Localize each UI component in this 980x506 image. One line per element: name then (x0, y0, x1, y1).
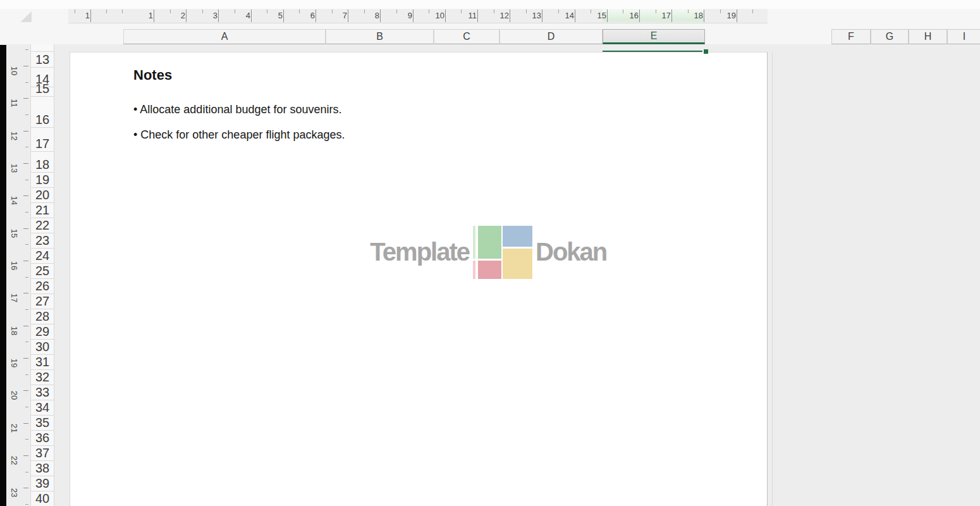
h-ruler-number: 14 (565, 11, 574, 20)
logo-square-yellow (503, 249, 532, 279)
row-header-partial[interactable] (30, 44, 54, 52)
h-ruler-tick (235, 9, 235, 13)
v-ruler-tick (23, 66, 28, 66)
h-ruler-tick (299, 9, 300, 13)
column-header-I[interactable]: I (947, 29, 980, 44)
row-header-34[interactable]: 34 (30, 400, 54, 416)
h-ruler-number: 15 (597, 11, 606, 20)
column-header-H[interactable]: H (909, 29, 947, 44)
v-ruler-tick (25, 504, 28, 505)
v-ruler-tick (25, 439, 28, 440)
row-header-39[interactable]: 39 (30, 476, 54, 491)
v-ruler-number: 23 (8, 486, 20, 499)
h-ruler-number: 6 (310, 11, 315, 20)
v-ruler-tick (25, 180, 28, 180)
column-header-D[interactable]: D (499, 29, 603, 44)
h-ruler-tick (396, 9, 397, 13)
v-ruler-tick (23, 261, 28, 261)
row-header-24[interactable]: 24 (30, 249, 54, 264)
v-ruler-number: 20 (8, 389, 20, 402)
row-header-32[interactable]: 32 (30, 370, 54, 385)
v-ruler-tick (25, 374, 28, 375)
h-ruler-number: 16 (630, 11, 639, 20)
v-ruler-number: 18 (8, 324, 20, 337)
row-header-19[interactable]: 19 (30, 173, 54, 188)
h-ruler-tick (364, 9, 365, 13)
v-ruler-tick (23, 163, 28, 164)
fill-handle[interactable] (702, 49, 708, 54)
h-ruler-number: 13 (532, 11, 541, 20)
h-ruler-tick (106, 9, 107, 13)
active-cell-bottom-border (603, 51, 704, 52)
watermark-text-template[interactable]: Template (359, 238, 469, 266)
h-ruler-tick: 16 (639, 9, 640, 22)
h-ruler-tick: 12 (510, 9, 510, 22)
v-ruler-tick (23, 293, 28, 293)
row-header-38[interactable]: 38 (30, 461, 54, 476)
v-ruler-tick (23, 423, 28, 424)
v-ruler-number: 14 (8, 194, 20, 207)
column-header-C[interactable]: C (434, 29, 499, 44)
h-ruler-tick: 6 (315, 9, 316, 22)
v-ruler-number: 17 (8, 292, 20, 304)
row-header-23[interactable]: 23 (30, 233, 54, 249)
v-ruler-tick (25, 407, 28, 407)
row-header-20[interactable]: 20 (30, 188, 54, 203)
row-header-22[interactable]: 22 (30, 218, 54, 233)
h-ruler-number: 1 (149, 11, 153, 20)
v-ruler-tick (23, 326, 28, 326)
h-ruler-tick: 19 (737, 9, 737, 22)
row-header-25[interactable]: 25 (30, 264, 54, 279)
v-ruler-tick (25, 147, 28, 147)
h-ruler-number: 8 (375, 11, 379, 20)
row-header-13[interactable]: 13 (30, 52, 54, 68)
row-header-30[interactable]: 30 (30, 340, 54, 355)
h-ruler-tick: 11 (477, 9, 478, 22)
page-edge-shadow (772, 52, 773, 506)
h-ruler-number: 17 (662, 11, 671, 20)
logo-square-red (478, 261, 501, 279)
ruler-selection-highlight (603, 9, 705, 23)
v-ruler-tick (23, 131, 28, 132)
row-header-27[interactable]: 27 (30, 294, 54, 309)
row-header-40[interactable]: 40 (30, 491, 54, 506)
row-header-26[interactable]: 26 (30, 279, 54, 294)
v-ruler-number: 15 (8, 227, 20, 240)
column-header-F[interactable]: F (831, 29, 871, 44)
note-bullet-2: • Check for other cheaper flight package… (133, 128, 345, 142)
row-header-15[interactable]: 15 (30, 87, 54, 97)
row-header-18[interactable]: 18 (30, 152, 54, 173)
row-header-21[interactable]: 21 (30, 203, 54, 218)
watermark-text-dokan[interactable]: Dokan (536, 238, 606, 266)
h-ruler-tick (720, 9, 721, 13)
row-header-28[interactable]: 28 (30, 309, 54, 324)
excel-page-layout-view: 112345678910111213141516171819 101112131… (0, 0, 980, 506)
column-header-E[interactable]: E (603, 29, 705, 44)
h-ruler-tick: 7 (348, 9, 348, 22)
worksheet-page[interactable] (70, 52, 768, 506)
screen-edge-strip (0, 45, 6, 506)
row-header-35[interactable]: 35 (30, 416, 54, 431)
row-header-29[interactable]: 29 (30, 324, 54, 340)
h-ruler-tick: 9 (413, 9, 413, 22)
v-ruler-number: 21 (8, 422, 20, 435)
row-header-31[interactable]: 31 (30, 355, 54, 370)
v-ruler-tick (23, 195, 28, 196)
row-header-16[interactable]: 16 (30, 97, 54, 128)
row-header-17[interactable]: 17 (30, 128, 54, 152)
h-ruler-tick (202, 9, 203, 13)
h-ruler-tick (688, 9, 689, 13)
column-header-A[interactable]: A (123, 29, 326, 44)
row-header-36[interactable]: 36 (30, 431, 54, 446)
v-ruler-number: 22 (8, 454, 20, 467)
column-header-B[interactable]: B (326, 29, 434, 44)
row-header-37[interactable]: 37 (30, 446, 54, 461)
row-header-33[interactable]: 33 (30, 385, 54, 400)
column-header-G[interactable]: G (871, 29, 909, 44)
v-ruler-number: 13 (8, 162, 20, 175)
h-ruler-number: 11 (469, 11, 477, 20)
v-ruler-tick (25, 244, 28, 245)
h-ruler-tick: 14 (575, 9, 575, 22)
h-ruler-tick (429, 9, 429, 13)
h-ruler-number: 2 (181, 11, 185, 20)
